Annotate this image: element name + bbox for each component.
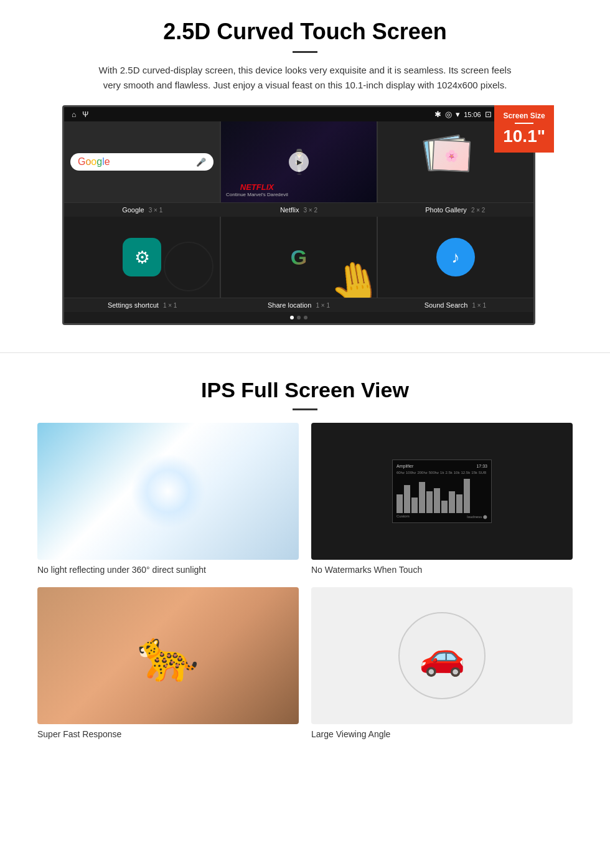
labels-row-1: Google 3 × 1 Netflix 3 × 2 Photo Gallery… <box>64 202 533 217</box>
mic-icon[interactable]: 🎤 <box>196 158 206 167</box>
ips-title: IPS Full Screen View <box>37 378 573 402</box>
ips-item-sunlight: No light reflecting under 360° direct su… <box>37 423 299 575</box>
camera-status-icon: ⊡ <box>485 110 492 119</box>
amplifier-visual: Amplifier 17:33 60hz100hz200hz500hz1k2.5… <box>311 423 573 560</box>
gallery-size-label: 2 × 2 <box>471 207 486 214</box>
google-size-label: 3 × 1 <box>149 207 163 214</box>
sound-app-label: Sound Search <box>425 301 468 309</box>
screen-container: Screen Size 10.1" ⌂ Ψ ✱ ◎ ▾ 15:06 ⊡ ◁) ⊠ <box>62 105 548 325</box>
stack-card-3: 🌸 <box>432 139 471 172</box>
gps-icon: ◎ <box>445 110 452 119</box>
status-time: 15:06 <box>464 111 481 118</box>
home-icon[interactable]: ⌂ <box>72 110 76 119</box>
ips-item-car: 🚗 Large Viewing Angle <box>311 587 573 739</box>
dot-2 <box>297 316 301 319</box>
badge-size: 10.1" <box>503 126 545 146</box>
ips-item-cheetah: 🐆 Super Fast Response <box>37 587 299 739</box>
amp-bar-8 <box>449 491 455 513</box>
section1-description: With 2.5D curved-display screen, this de… <box>93 63 517 93</box>
photo-stack: 🌸 <box>431 140 481 184</box>
amp-header: Amplifier 17:33 <box>396 464 487 468</box>
car-top-view: 🚗 <box>398 612 486 699</box>
netflix-subtitle: Continue Marvel's Daredevil <box>226 192 288 197</box>
netflix-app-cell[interactable]: 🕴 ▶ NETFLIX Continue Marvel's Daredevil <box>221 121 377 202</box>
music-icon-wrap: ♪ <box>436 238 475 276</box>
car-caption: Large Viewing Angle <box>311 729 573 739</box>
car-circle-bg: 🚗 <box>398 612 486 699</box>
cheetah-visual: 🐆 <box>37 587 299 724</box>
curved-screen-section: 2.5D Curved Touch Screen With 2.5D curve… <box>0 0 610 340</box>
sunlight-image <box>37 423 299 560</box>
bluetooth-icon: ✱ <box>434 110 441 119</box>
wifi-icon: ▾ <box>456 110 460 119</box>
ips-section: IPS Full Screen View No light reflecting… <box>0 366 610 758</box>
settings-size-label: 1 × 1 <box>163 302 177 309</box>
amp-time: 17:33 <box>476 464 487 468</box>
section1-title: 2.5D Curved Touch Screen <box>37 19 573 45</box>
share-location-cell[interactable]: G 🤚 <box>221 217 377 298</box>
sun-glow <box>131 454 205 529</box>
google-app-cell[interactable]: Google 🎤 <box>64 121 220 202</box>
netflix-app-label: Netflix <box>280 206 299 214</box>
google-search-bar[interactable]: Google 🎤 <box>70 153 214 171</box>
badge-divider <box>515 123 533 124</box>
ips-divider <box>293 408 317 410</box>
amp-bar-5 <box>426 491 433 513</box>
car-visual: 🚗 <box>311 587 573 724</box>
amp-bar-7 <box>441 501 448 513</box>
cheetah-image: 🐆 <box>37 587 299 724</box>
google-logo: Google <box>78 156 110 167</box>
settings-label-cell: Settings shortcut 1 × 1 <box>64 298 220 312</box>
app-grid-row1: Google 🎤 🕴 ▶ NET <box>64 121 533 202</box>
google-app-label: Google <box>122 206 144 214</box>
amp-screen: Amplifier 17:33 60hz100hz200hz500hz1k2.5… <box>392 460 492 523</box>
settings-gear-icon: ⚙ <box>134 247 150 268</box>
amp-bar-4 <box>419 482 425 513</box>
amp-loudness: loudness ⬤ <box>467 514 487 519</box>
app-grid-row2: ⚙ G 🤚 ♪ <box>64 217 533 298</box>
sound-search-cell[interactable]: ♪ <box>378 217 533 298</box>
flower-icon: 🌸 <box>444 149 458 163</box>
ips-item-amplifier: Amplifier 17:33 60hz100hz200hz500hz1k2.5… <box>311 423 573 575</box>
amp-bar-3 <box>411 498 418 513</box>
amp-bar-10 <box>464 479 470 513</box>
maps-icon-container: G <box>291 245 307 270</box>
amp-bar-6 <box>434 488 440 513</box>
netflix-logo-text: NETFLIX <box>226 182 288 192</box>
android-screen: ⌂ Ψ ✱ ◎ ▾ 15:06 ⊡ ◁) ⊠ ▭ <box>62 105 535 325</box>
labels-row-2: Settings shortcut 1 × 1 Share location 1… <box>64 298 533 312</box>
hand-touch-icon: 🤚 <box>325 255 377 298</box>
share-label-cell: Share location 1 × 1 <box>220 298 377 312</box>
page-dots <box>64 312 533 323</box>
google-label-cell: Google 3 × 1 <box>64 203 220 217</box>
share-size-label: 1 × 1 <box>316 302 330 309</box>
amp-title: Amplifier <box>396 464 413 468</box>
amplifier-caption: No Watermarks When Touch <box>311 565 573 575</box>
amp-freq-labels: 60hz100hz200hz500hz1k2.5k10k12.5k15kSUB <box>396 471 487 474</box>
gallery-app-label: Photo Gallery <box>425 206 467 214</box>
settings-app-label: Settings shortcut <box>108 301 159 309</box>
badge-label: Screen Size <box>503 111 545 120</box>
google-maps-g-icon: G <box>291 245 307 270</box>
sound-size-label: 1 × 1 <box>472 302 486 309</box>
gallery-label-cell: Photo Gallery 2 × 2 <box>377 203 533 217</box>
amp-custom: Custom <box>396 514 410 519</box>
screen-size-badge: Screen Size 10.1" <box>494 105 554 153</box>
netflix-play-button[interactable]: ▶ <box>289 152 309 172</box>
usb-icon: Ψ <box>82 110 88 119</box>
section-divider <box>0 352 610 353</box>
amp-bar-1 <box>396 494 403 513</box>
title-divider <box>293 51 317 53</box>
sunlight-visual <box>37 423 299 560</box>
settings-cell[interactable]: ⚙ <box>64 217 220 298</box>
car-image: 🚗 <box>311 587 573 724</box>
bg-circle <box>164 242 214 291</box>
car-emoji: 🚗 <box>419 635 466 677</box>
status-bar: ⌂ Ψ ✱ ◎ ▾ 15:06 ⊡ ◁) ⊠ ▭ <box>64 107 533 121</box>
amp-bottom: Custom loudness ⬤ <box>396 514 487 519</box>
netflix-label-cell: Netflix 3 × 2 <box>220 203 377 217</box>
sound-label-cell: Sound Search 1 × 1 <box>377 298 533 312</box>
status-left: ⌂ Ψ <box>72 110 88 119</box>
cheetah-caption: Super Fast Response <box>37 729 299 739</box>
amplifier-image: Amplifier 17:33 60hz100hz200hz500hz1k2.5… <box>311 423 573 560</box>
